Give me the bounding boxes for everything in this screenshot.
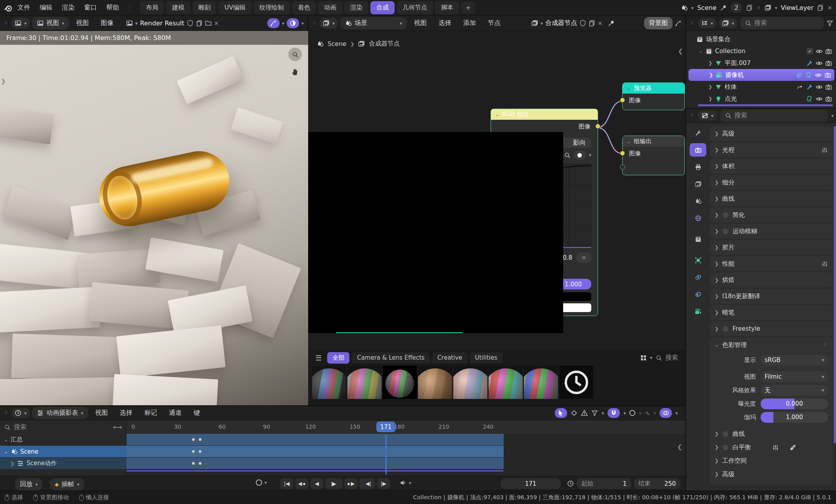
chevron-down-icon[interactable]: ▾ bbox=[589, 153, 591, 157]
panel-simplify[interactable]: ❯简化 bbox=[710, 207, 833, 222]
chevron-down-icon[interactable]: ▾ bbox=[602, 411, 604, 416]
asset-thumb[interactable] bbox=[524, 366, 558, 399]
shelf-tab-camera-lens[interactable]: Camera & Lens Effects bbox=[352, 352, 430, 363]
image-input-socket[interactable] bbox=[620, 98, 625, 103]
panel-volumes[interactable]: ❯体积 bbox=[710, 159, 833, 174]
gamma-slider[interactable]: 1.000 bbox=[761, 412, 828, 423]
editor-type-button[interactable]: ▾ bbox=[12, 18, 30, 29]
panel-advanced[interactable]: ❯高级 bbox=[710, 126, 833, 141]
open-folder-icon[interactable] bbox=[205, 20, 212, 27]
tab-modeling[interactable]: 建模 bbox=[166, 1, 190, 14]
close-icon[interactable]: ✕ bbox=[827, 5, 832, 11]
blender-logo-icon[interactable] bbox=[4, 4, 13, 12]
next-keyframe-button[interactable]: ◆▶ bbox=[344, 478, 358, 489]
modifier-wrench-icon[interactable] bbox=[806, 60, 813, 67]
asset-thumb[interactable] bbox=[312, 366, 346, 399]
panel-grease-pencil[interactable]: ❯蜡笔 bbox=[710, 305, 833, 320]
playhead[interactable] bbox=[385, 435, 387, 475]
look-dropdown[interactable]: 无▾ bbox=[761, 385, 828, 396]
constraint-icon[interactable] bbox=[796, 72, 803, 79]
pin-icon[interactable] bbox=[720, 4, 727, 11]
menu-add[interactable]: 添加 bbox=[458, 17, 481, 30]
render-camera-icon[interactable] bbox=[825, 48, 832, 55]
image-name[interactable]: Render Result bbox=[140, 19, 184, 27]
backdrop-toggle-button[interactable]: 背景图 bbox=[644, 17, 673, 29]
viewer-node-header[interactable]: ⌄ 预览器 bbox=[623, 83, 685, 94]
virtual-input-socket[interactable] bbox=[620, 165, 625, 170]
snap-toggle[interactable] bbox=[608, 408, 620, 418]
frame-end-field[interactable]: 结束 250 bbox=[634, 478, 681, 489]
frame-start-field[interactable]: 起始 1 bbox=[577, 478, 631, 489]
tab-scene[interactable] bbox=[690, 194, 706, 208]
row-point-light[interactable]: ❯ 点光 bbox=[688, 93, 835, 105]
search-icon[interactable] bbox=[656, 355, 662, 361]
panel-toggle[interactable] bbox=[722, 228, 729, 235]
chevron-down-icon[interactable]: ▾ bbox=[301, 21, 304, 26]
subpanel-workspace[interactable]: ❯ 工作空间 bbox=[710, 454, 833, 468]
panel-freestyle[interactable]: ❯Freestyle bbox=[710, 321, 833, 336]
chevron-down-icon[interactable]: ▾ bbox=[135, 21, 138, 26]
display-device-dropdown[interactable]: sRGB▾ bbox=[761, 355, 828, 366]
delete-point-button[interactable]: ✕ bbox=[576, 253, 591, 263]
editor-grip[interactable]: ⠿ bbox=[690, 21, 695, 26]
chevron-down-icon[interactable]: ▾ bbox=[409, 481, 411, 485]
panel-bake[interactable]: ❯烘焙 bbox=[710, 272, 833, 287]
subpanel-advanced[interactable]: ❯ 高级 bbox=[710, 468, 833, 481]
close-icon[interactable]: ✕ bbox=[598, 20, 602, 27]
keyframe-dot[interactable] bbox=[192, 438, 195, 441]
copy-icon[interactable] bbox=[746, 4, 753, 11]
panel-film[interactable]: ❯胶片 bbox=[710, 240, 833, 255]
tab-scripting[interactable]: 脚本 bbox=[435, 1, 459, 14]
overlays-toggle[interactable] bbox=[287, 18, 299, 28]
only-selected-toggle[interactable] bbox=[555, 408, 567, 418]
playback-popover[interactable]: 回放 ▾ bbox=[15, 478, 42, 491]
asset-thumb[interactable] bbox=[347, 366, 382, 399]
collapse-chevron-icon[interactable]: ⌄ bbox=[627, 139, 631, 144]
animation-icon[interactable] bbox=[805, 72, 812, 79]
properties-type-button[interactable]: ▾ bbox=[698, 111, 717, 121]
modifier-wrench-icon[interactable] bbox=[806, 84, 813, 90]
outliner-type-button[interactable]: ▾ bbox=[698, 18, 716, 28]
play-reverse-button[interactable]: ◀ bbox=[310, 478, 324, 489]
previous-frame-button[interactable]: ◀| bbox=[362, 478, 375, 489]
chevron-down-icon[interactable]: ▾ bbox=[282, 21, 284, 26]
timeline-ruler[interactable]: 0 30 60 90 120 150 180 210 240 171 bbox=[127, 420, 685, 434]
audio-sync-icon[interactable] bbox=[400, 479, 406, 486]
group-output-node-header[interactable]: ⌄ 组输出 bbox=[623, 136, 685, 147]
tab-view-layer[interactable] bbox=[690, 177, 706, 191]
breadcrumb-scene[interactable]: Scene bbox=[328, 40, 346, 48]
panel-color-management-header[interactable]: ⌄ 色彩管理 ⠿ bbox=[710, 337, 833, 353]
scene-name[interactable]: Scene bbox=[697, 4, 717, 11]
expand-chevron-icon[interactable]: ❯ bbox=[708, 61, 712, 65]
asset-thumb[interactable] bbox=[489, 366, 523, 399]
channel-search[interactable]: 搜索 ⟷ bbox=[0, 420, 126, 434]
tab-output[interactable] bbox=[690, 160, 706, 174]
rgb-curves-node-header[interactable]: ⌄ RGB 曲线 bbox=[491, 109, 598, 120]
add-workspace-button[interactable]: + bbox=[461, 2, 475, 14]
pan-gizmo[interactable] bbox=[288, 65, 302, 79]
expand-width-icon[interactable]: ⟷ bbox=[113, 424, 122, 431]
jump-to-start-button[interactable]: |◀ bbox=[280, 478, 293, 489]
subpanel-curves[interactable]: ❯ 曲线 bbox=[710, 427, 833, 441]
panel-drag-dots[interactable]: ⠿ bbox=[823, 343, 828, 348]
panel-toggle[interactable] bbox=[722, 212, 729, 218]
panel-i18n[interactable]: ❯I18n更新翻译 bbox=[710, 289, 833, 304]
viewer-node[interactable]: ⌄ 预览器 图像 bbox=[622, 82, 685, 110]
tab-render[interactable] bbox=[690, 143, 706, 157]
editor-type-button[interactable]: ▾ bbox=[320, 18, 338, 29]
scene-icon[interactable] bbox=[681, 4, 688, 11]
editor-grip[interactable]: ⠿ bbox=[4, 21, 9, 26]
asset-thumb[interactable] bbox=[559, 366, 593, 399]
outliner-search[interactable]: 搜索 bbox=[740, 17, 824, 29]
use-preview-range-icon[interactable] bbox=[567, 480, 574, 487]
editor-grip[interactable]: ⠿ bbox=[312, 21, 317, 26]
hide-eye-icon[interactable] bbox=[815, 72, 822, 79]
menu-key[interactable]: 键 bbox=[189, 406, 205, 420]
hamburger-menu-icon[interactable]: ☰ bbox=[315, 354, 322, 362]
channel-scene[interactable]: ⌄ Scene bbox=[0, 446, 127, 457]
animation-icon[interactable] bbox=[806, 96, 813, 102]
outliner-scrollbar[interactable] bbox=[698, 104, 833, 106]
tab-shading[interactable]: 着色 bbox=[292, 1, 316, 14]
autokey-record-icon[interactable] bbox=[256, 479, 262, 486]
asset-thumb[interactable] bbox=[383, 366, 417, 399]
